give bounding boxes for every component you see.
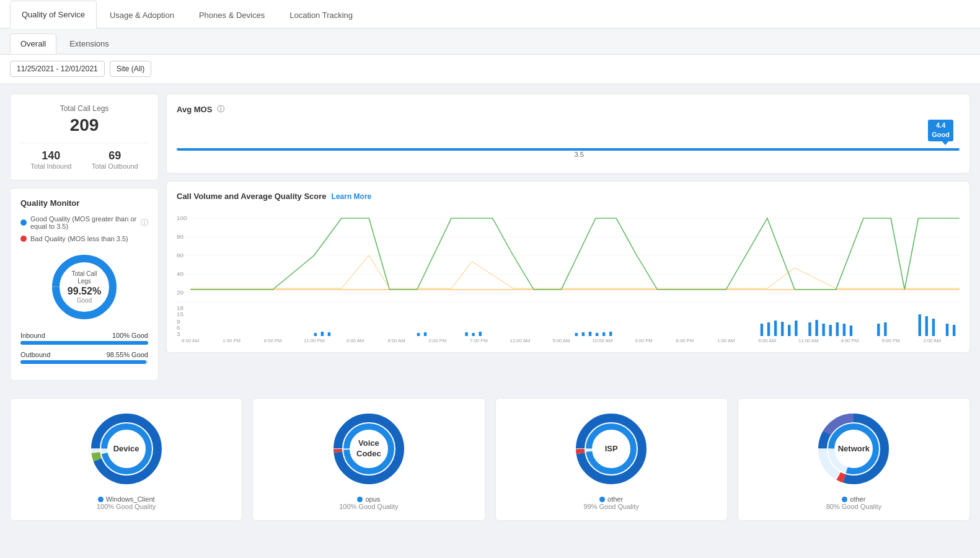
svg-text:4:00 AM: 4:00 AM xyxy=(347,338,364,342)
svg-text:8:00 PM: 8:00 PM xyxy=(676,338,694,342)
svg-rect-46 xyxy=(877,324,880,336)
avg-mos-title: Avg MOS ⓘ xyxy=(177,104,960,115)
device-donut: Device xyxy=(86,409,167,489)
inbound-stat: 140 Total Inbound xyxy=(30,149,71,170)
learn-more-link[interactable]: Learn More xyxy=(332,192,372,201)
stats-card: Total Call Legs 209 140 Total Inbound 69… xyxy=(10,94,159,180)
total-call-legs-value: 209 xyxy=(20,115,148,135)
network-pct: 80% Good Quality xyxy=(826,503,881,510)
svg-text:2:00 AM: 2:00 AM xyxy=(923,338,940,342)
svg-rect-22 xyxy=(417,333,420,336)
svg-text:12:00 AM: 12:00 AM xyxy=(510,338,531,342)
svg-rect-37 xyxy=(788,325,790,336)
isp-legend: other xyxy=(599,495,623,503)
svg-rect-47 xyxy=(884,322,886,336)
donut-title: Total Call Legs xyxy=(66,270,103,285)
svg-rect-25 xyxy=(472,333,474,336)
network-legend-name: other xyxy=(850,495,865,503)
svg-rect-42 xyxy=(829,325,832,336)
svg-text:11:00 AM: 11:00 AM xyxy=(798,338,819,342)
avg-mos-info-icon[interactable]: ⓘ xyxy=(217,104,224,115)
svg-text:5:00 AM: 5:00 AM xyxy=(552,338,570,342)
svg-text:18: 18 xyxy=(177,304,183,311)
svg-text:8:00 AM: 8:00 AM xyxy=(182,338,199,342)
svg-rect-30 xyxy=(596,333,598,336)
voice-codec-legend-name: opus xyxy=(365,495,380,503)
svg-text:6:00 AM: 6:00 AM xyxy=(759,338,776,342)
legend-bad-dot xyxy=(20,236,27,242)
subtab-overall[interactable]: Overall xyxy=(10,33,56,54)
app-container: Quality of Service Usage & Adoption Phon… xyxy=(0,0,980,558)
outbound-prog-pct: 98.55% Good xyxy=(107,351,148,358)
stats-row: 140 Total Inbound 69 Total Outbound xyxy=(20,143,148,170)
network-legend-dot xyxy=(842,497,847,502)
svg-text:4:00 PM: 4:00 PM xyxy=(841,338,859,342)
svg-rect-21 xyxy=(328,332,330,336)
legend-bad-label: Bad Quality (MOS less than 3.5) xyxy=(30,235,128,242)
svg-rect-44 xyxy=(843,324,845,336)
voice-codec-donut: VoiceCodec xyxy=(329,409,409,489)
volume-chart: 100 80 60 40 20 18 xyxy=(177,206,960,342)
voice-codec-pct: 100% Good Quality xyxy=(339,503,398,510)
svg-text:100: 100 xyxy=(177,215,187,221)
inbound-prog: Inbound 100% Good xyxy=(20,332,148,345)
call-volume-title: Call Volume and Average Quality Score Le… xyxy=(177,192,960,201)
mos-line xyxy=(177,148,960,151)
svg-rect-35 xyxy=(774,321,777,336)
svg-text:9:00 AM: 9:00 AM xyxy=(387,338,405,342)
network-label: Network xyxy=(838,444,870,454)
right-panel: Avg MOS ⓘ 3.5 4.4 Good Call Volume and A… xyxy=(166,94,970,381)
isp-legend-name: other xyxy=(607,495,623,503)
quality-donut: Total Call Legs 99.52% Good xyxy=(47,250,121,324)
voice-codec-legend-dot xyxy=(357,497,363,502)
inbound-prog-label: Inbound xyxy=(20,332,45,339)
svg-rect-31 xyxy=(603,332,605,336)
inbound-label: Total Inbound xyxy=(30,162,71,170)
svg-text:6: 6 xyxy=(177,324,180,330)
isp-pct: 99% Good Quality xyxy=(583,503,638,510)
svg-text:11:00 PM: 11:00 PM xyxy=(304,338,324,342)
svg-text:7:00 PM: 7:00 PM xyxy=(470,338,488,342)
svg-rect-27 xyxy=(575,333,578,336)
donut-pct: 99.52% xyxy=(66,285,103,297)
outbound-value: 69 xyxy=(92,149,138,162)
mos-chart: 3.5 4.4 Good xyxy=(177,120,960,163)
legend-good: Good Quality (MOS greater than or equal … xyxy=(20,215,148,230)
svg-rect-49 xyxy=(925,316,928,336)
voice-codec-legend: opus xyxy=(357,495,380,503)
svg-text:3:00 PM: 3:00 PM xyxy=(635,338,653,342)
inbound-prog-header: Inbound 100% Good xyxy=(20,332,148,339)
svg-rect-19 xyxy=(314,333,317,336)
tab-quality-of-service[interactable]: Quality of Service xyxy=(10,1,97,29)
svg-text:40: 40 xyxy=(177,270,183,277)
svg-rect-51 xyxy=(946,324,948,336)
svg-text:20: 20 xyxy=(177,289,183,295)
svg-rect-36 xyxy=(781,322,784,336)
legend-good-dot xyxy=(20,219,27,226)
svg-rect-26 xyxy=(479,332,481,336)
mos-badge: 4.4 Good xyxy=(928,120,953,141)
info-icon[interactable]: ⓘ xyxy=(141,218,148,228)
subtab-extensions[interactable]: Extensions xyxy=(59,33,120,54)
total-call-legs-label: Total Call Legs xyxy=(20,104,148,113)
inbound-prog-fill xyxy=(20,341,148,345)
svg-text:9:00 PM: 9:00 PM xyxy=(882,338,900,342)
tab-location-tracking[interactable]: Location Tracking xyxy=(278,1,364,29)
svg-rect-20 xyxy=(321,332,324,336)
outbound-prog-label: Outbound xyxy=(20,351,50,358)
svg-rect-33 xyxy=(761,324,763,336)
svg-rect-52 xyxy=(953,325,955,336)
device-label: Device xyxy=(113,444,139,454)
outbound-prog-header: Outbound 98.55% Good xyxy=(20,351,148,358)
quality-monitor-card: Quality Monitor Good Quality (MOS greate… xyxy=(10,188,159,381)
device-legend-dot xyxy=(98,497,104,502)
svg-rect-40 xyxy=(815,320,818,336)
isp-card: ISP other 99% Good Quality xyxy=(495,398,728,521)
date-filter[interactable]: 11/25/2021 - 12/01/2021 xyxy=(10,61,105,77)
site-filter[interactable]: Site (All) xyxy=(110,61,151,77)
inbound-prog-bg xyxy=(20,341,148,345)
tab-phones-devices[interactable]: Phones & Devices xyxy=(187,1,276,29)
svg-rect-28 xyxy=(582,332,585,336)
tab-usage-adoption[interactable]: Usage & Adoption xyxy=(98,1,186,29)
svg-rect-29 xyxy=(589,332,591,336)
